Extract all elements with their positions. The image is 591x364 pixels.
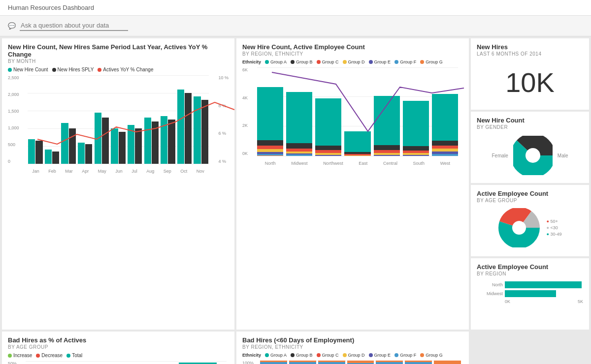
active-region-title: Active Employee Count xyxy=(477,263,583,271)
ask-icon: 💬 xyxy=(8,22,16,30)
gender-subtitle: BY GENDER xyxy=(477,124,583,130)
gender-pie-svg xyxy=(513,136,553,175)
x-axis: JanFebMarAprMayJunJulAugSepOctNov xyxy=(28,169,209,174)
main-bar-chart: 2,5002,0001,5001,0005000 10 %8 %6 %4 % xyxy=(8,75,229,174)
bad-hires-pct-subtitle: BY AGE GROUP xyxy=(8,344,229,350)
main-bar-subtitle: BY MONTH xyxy=(8,59,229,64)
new-hires-big-card: New Hires LAST 6 MONTHS OF 2014 10K xyxy=(471,38,589,110)
region-subtitle: BY REGION, ETHNICITY xyxy=(242,51,463,57)
ask-bar[interactable]: 💬 xyxy=(0,16,591,36)
bad-hires-pct-card: Bad Hires as % of Actives BY AGE GROUP I… xyxy=(2,332,234,364)
new-hires-big-subtitle: LAST 6 MONTHS OF 2014 xyxy=(477,51,583,57)
right-col: New Hires LAST 6 MONTHS OF 2014 10K New … xyxy=(471,38,589,330)
bad-hires-pct-legend: Increase Decrease Total xyxy=(8,353,229,358)
active-age-title: Active Employee Count xyxy=(477,190,583,197)
bad-hires-count-subtitle: BY REGION, ETHNICITY xyxy=(242,344,463,350)
bad-hires-count-title: Bad Hires (<60 Days of Employment) xyxy=(242,336,463,344)
new-hires-big-value: 10K xyxy=(477,60,583,105)
main-bar-legend: New Hire Count New Hires SPLY Actives Yo… xyxy=(8,67,229,72)
active-region-card: Active Employee Count BY REGION North Mi… xyxy=(471,258,589,330)
legend-new-hire: New Hire Count xyxy=(8,67,48,72)
y-axis-left: 2,5002,0001,5001,0005000 xyxy=(8,75,19,164)
region-ethnicity-card: New Hire Count, Active Employee Count BY… xyxy=(236,38,469,330)
legend-sply: New Hires SPLY xyxy=(52,67,94,72)
main-bar-title: New Hire Count, New Hires Same Period La… xyxy=(8,43,229,58)
age-pie-svg xyxy=(498,208,543,247)
region-title: New Hire Count, Active Employee Count xyxy=(242,43,463,51)
active-region-subtitle: BY REGION xyxy=(477,271,583,276)
main-bar-card: New Hire Count, New Hires Same Period La… xyxy=(2,38,234,330)
top-bar: Human Resources Dashboard xyxy=(0,0,591,16)
active-age-card: Active Employee Count BY AGE GROUP ● 50+… xyxy=(471,185,589,256)
bad-hires-pct-title: Bad Hires as % of Actives xyxy=(8,336,229,344)
gender-pie-card: New Hire Count BY GENDER Female Male xyxy=(471,112,589,183)
y-axis-right: 10 %8 %6 %4 % xyxy=(218,75,229,164)
new-hires-big-title: New Hires xyxy=(477,43,583,51)
active-age-subtitle: BY AGE GROUP xyxy=(477,198,583,203)
region-legend: Ethnicity Group A Group B Group C Group … xyxy=(242,60,463,64)
svg-point-4 xyxy=(505,214,533,242)
gender-title: New Hire Count xyxy=(477,117,583,124)
bad-hires-count-card: Bad Hires (<60 Days of Employment) BY RE… xyxy=(236,332,469,364)
legend-yoy: Actives YoY % Change xyxy=(98,67,153,72)
app-title: Human Resources Dashboard xyxy=(8,4,94,11)
svg-point-1 xyxy=(518,141,548,170)
yoy-line xyxy=(28,75,209,164)
dashboard: New Hire Count, New Hires Same Period La… xyxy=(0,36,591,364)
bad-hires-count-legend: Ethnicity Group A Group B Group C Group … xyxy=(242,353,463,358)
ask-input[interactable] xyxy=(20,21,128,31)
